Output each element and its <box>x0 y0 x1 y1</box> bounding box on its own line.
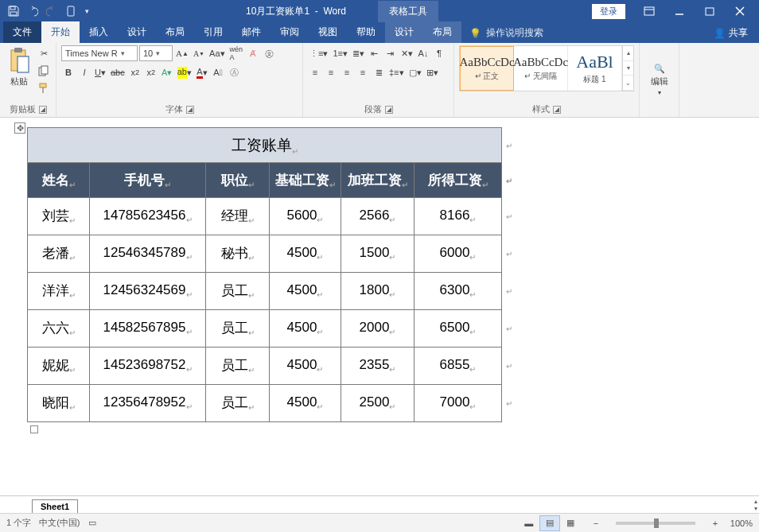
tab-review[interactable]: 审阅 <box>271 21 309 43</box>
save-icon[interactable] <box>5 2 22 20</box>
table-cell[interactable]: 5600↵ <box>270 198 341 235</box>
close-icon[interactable] <box>726 2 754 20</box>
tab-layout[interactable]: 布局 <box>156 21 194 43</box>
table-cell[interactable]: 12356478952↵ <box>90 385 206 422</box>
styles-dialog-launcher[interactable] <box>553 106 561 114</box>
align-right-icon[interactable]: ≡ <box>340 64 354 80</box>
tab-table-design[interactable]: 设计 <box>385 21 423 43</box>
salary-table[interactable]: 工资账单↵↵ 姓名↵ 手机号↵ 职位↵ 基础工资↵ 加班工资↵ 所得工资↵↵ 刘… <box>27 127 502 422</box>
distribute-icon[interactable]: ≣ <box>372 64 386 80</box>
table-row[interactable]: 妮妮↵14523698752↵员工↵4500↵2355↵6855↵↵ <box>28 348 502 385</box>
table-title-cell[interactable]: 工资账单↵↵ <box>28 128 502 163</box>
phonetic-guide-icon[interactable]: wénA <box>228 45 245 61</box>
table-cell[interactable]: 1800↵ <box>341 273 415 310</box>
font-color-icon[interactable]: A▾ <box>195 64 209 80</box>
undo-icon[interactable] <box>24 2 41 20</box>
shrink-font-icon[interactable]: A▼ <box>192 45 206 61</box>
format-painter-icon[interactable] <box>37 80 51 96</box>
find-button[interactable]: 🔍 编辑 ▾ <box>648 62 671 98</box>
char-border-icon[interactable]: Ⓐ <box>227 64 241 80</box>
table-cell[interactable]: 6000↵↵ <box>415 235 502 273</box>
superscript-button[interactable]: x2 <box>144 64 158 80</box>
align-center-icon[interactable]: ≡ <box>324 64 338 80</box>
login-button[interactable]: 登录 <box>592 4 625 19</box>
table-cell[interactable]: 6300↵↵ <box>415 273 502 310</box>
table-cell[interactable]: 12456324569↵ <box>90 273 206 310</box>
paragraph-dialog-launcher[interactable] <box>385 106 393 114</box>
italic-button[interactable]: I <box>77 64 91 80</box>
scrollbar-vertical[interactable]: ▴▾ <box>754 498 757 512</box>
table-cell[interactable]: 洋洋↵ <box>28 273 90 310</box>
table-cell[interactable]: 2355↵ <box>341 348 415 385</box>
table-cell[interactable]: 7000↵↵ <box>415 385 502 422</box>
tab-view[interactable]: 视图 <box>309 21 347 43</box>
tab-help[interactable]: 帮助 <box>347 21 385 43</box>
line-spacing-icon[interactable]: ‡≡▾ <box>387 64 406 80</box>
web-layout-icon[interactable]: ▦ <box>560 515 581 531</box>
align-left-icon[interactable]: ≡ <box>308 64 322 80</box>
touch-mode-icon[interactable] <box>62 2 80 20</box>
shading-icon[interactable]: ▢▾ <box>407 64 423 80</box>
tab-references[interactable]: 引用 <box>194 21 232 43</box>
table-cell[interactable]: 6855↵↵ <box>415 348 502 385</box>
show-marks-icon[interactable]: ¶ <box>432 45 446 61</box>
table-cell[interactable]: 4500↵ <box>270 235 341 273</box>
document-area[interactable]: ✥ 工资账单↵↵ 姓名↵ 手机号↵ 职位↵ 基础工资↵ 加班工资↵ 所得工资↵↵… <box>0 118 759 495</box>
strikethrough-button[interactable]: abc <box>109 64 127 80</box>
table-cell[interactable]: 4500↵ <box>270 385 341 422</box>
table-cell[interactable]: 晓阳↵ <box>28 385 90 422</box>
zoom-in-icon[interactable]: + <box>708 515 722 531</box>
table-cell[interactable]: 2000↵ <box>341 310 415 348</box>
table-row[interactable]: 老潘↵12546345789↵秘书↵4500↵1500↵6000↵↵ <box>28 235 502 273</box>
paste-button[interactable]: 粘贴 <box>5 45 33 89</box>
decrease-indent-icon[interactable]: ⇤ <box>368 45 382 61</box>
enclose-char-icon[interactable]: ㉆ <box>262 45 276 61</box>
table-cell[interactable]: 4500↵ <box>270 310 341 348</box>
table-cell[interactable]: 2566↵ <box>341 198 415 235</box>
tab-home[interactable]: 开始 <box>41 21 80 43</box>
style-heading-1[interactable]: AaBl 标题 1 <box>568 46 622 91</box>
zoom-level[interactable]: 100% <box>730 518 753 528</box>
language-status[interactable]: 中文(中国) <box>39 517 80 529</box>
tab-mailings[interactable]: 邮件 <box>232 21 271 43</box>
bold-button[interactable]: B <box>61 64 76 80</box>
share-button[interactable]: 👤 共享 <box>706 23 756 43</box>
table-resize-handle[interactable] <box>30 425 38 433</box>
table-cell[interactable]: 妮妮↵ <box>28 348 90 385</box>
tab-table-layout[interactable]: 布局 <box>423 21 461 43</box>
table-cell[interactable]: 12546345789↵ <box>90 235 206 273</box>
asian-layout-icon[interactable]: ✕▾ <box>399 45 415 61</box>
table-cell[interactable]: 员工↵ <box>206 273 270 310</box>
table-row[interactable]: 刘芸↵14785623456↵经理↵5600↵2566↵8166↵↵ <box>28 198 502 235</box>
gallery-scroll[interactable]: ▴▾⌄ <box>622 46 633 91</box>
multilevel-list-icon[interactable]: ≣▾ <box>351 45 366 61</box>
cut-icon[interactable]: ✂ <box>37 45 51 61</box>
table-cell[interactable]: 员工↵ <box>206 310 270 348</box>
read-mode-icon[interactable]: ▬ <box>519 515 539 531</box>
table-row[interactable]: 晓阳↵12356478952↵员工↵4500↵2500↵7000↵↵ <box>28 385 502 422</box>
table-cell[interactable]: 六六↵ <box>28 310 90 348</box>
style-no-spacing[interactable]: AaBbCcDc ↵ 无间隔 <box>514 46 568 91</box>
table-cell[interactable]: 14523698752↵ <box>90 348 206 385</box>
increase-indent-icon[interactable]: ⇥ <box>383 45 398 61</box>
grow-font-icon[interactable]: A▲ <box>174 45 190 61</box>
sort-icon[interactable]: A↓ <box>416 45 430 61</box>
table-cell[interactable]: 1500↵ <box>341 235 415 273</box>
highlight-icon[interactable]: ab▾ <box>176 64 193 80</box>
copy-icon[interactable] <box>37 63 51 79</box>
table-cell[interactable]: 2500↵ <box>341 385 415 422</box>
zoom-out-icon[interactable]: − <box>589 515 603 531</box>
table-cell[interactable]: 8166↵↵ <box>415 198 502 235</box>
tab-design[interactable]: 设计 <box>118 21 156 43</box>
bullets-icon[interactable]: ⋮≡▾ <box>308 45 329 61</box>
change-case-icon[interactable]: Aa▾ <box>208 45 226 61</box>
table-header-row[interactable]: 姓名↵ 手机号↵ 职位↵ 基础工资↵ 加班工资↵ 所得工资↵↵ <box>28 163 502 198</box>
table-move-handle[interactable]: ✥ <box>14 122 25 134</box>
style-gallery[interactable]: AaBbCcDc ↵ 正文 AaBbCcDc ↵ 无间隔 AaBl 标题 1 ▴… <box>459 45 634 91</box>
font-size-combo[interactable]: 10▾ <box>139 45 173 61</box>
table-cell[interactable]: 刘芸↵ <box>28 198 90 235</box>
qat-customize-icon[interactable]: ▾ <box>81 2 92 20</box>
tell-me-search[interactable]: 💡 操作说明搜索 <box>461 23 551 43</box>
accessibility-icon[interactable]: ▭ <box>88 518 96 528</box>
clear-format-icon[interactable]: A̸ <box>246 45 260 61</box>
